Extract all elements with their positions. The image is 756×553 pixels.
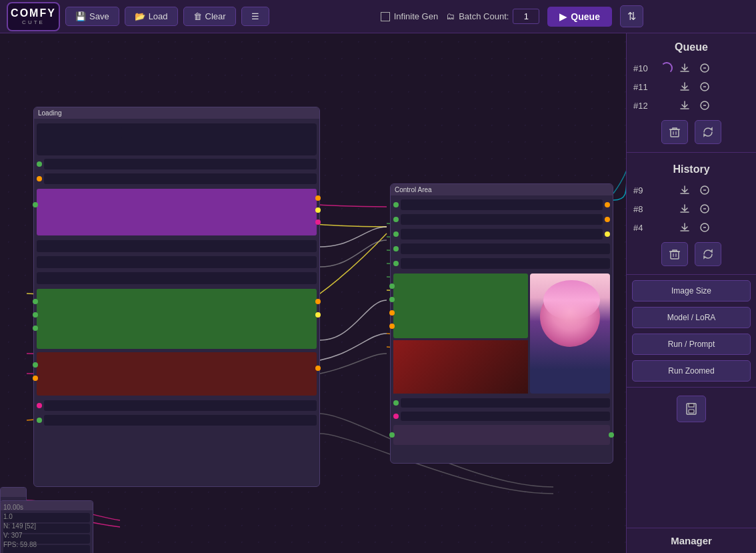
history-item-9: #9 bbox=[627, 181, 756, 199]
port-c-right-3 bbox=[605, 231, 610, 237]
panel-divider-3 bbox=[627, 387, 756, 388]
play-icon: ▶ bbox=[559, 11, 567, 22]
history-refresh-button[interactable] bbox=[695, 242, 721, 266]
svg-rect-6 bbox=[671, 129, 679, 137]
port-c-green-2 bbox=[393, 217, 399, 222]
node-loading-header: Loading bbox=[34, 107, 319, 119]
sort-button[interactable]: ⇅ bbox=[620, 5, 643, 27]
queue-clear-button[interactable] bbox=[661, 120, 688, 144]
node-control-body bbox=[391, 195, 613, 448]
queue-item-delete-10[interactable] bbox=[697, 61, 713, 75]
stat-line1: 1.0 bbox=[3, 512, 37, 522]
save-area bbox=[627, 390, 756, 428]
queue-item-load-12[interactable] bbox=[677, 99, 693, 112]
menu-icon: ☰ bbox=[251, 11, 259, 21]
menu-button[interactable]: ☰ bbox=[241, 7, 269, 26]
queue-item-delete-11[interactable] bbox=[697, 80, 713, 93]
port-c-green-4 bbox=[393, 246, 399, 251]
header-center: Infinite Gen 🗂 Batch Count: ▶ Queue ⇅ bbox=[275, 5, 749, 27]
canvas-area[interactable]: Loading bbox=[0, 33, 626, 553]
save-icon: 💾 bbox=[75, 11, 86, 21]
batch-layers-icon: 🗂 bbox=[446, 11, 455, 21]
queue-item-num-10: #10 bbox=[633, 63, 657, 73]
save-icon-panel bbox=[685, 402, 698, 416]
logo-sub: CUTE bbox=[22, 19, 45, 25]
history-item-delete-4[interactable] bbox=[697, 221, 713, 234]
delete-icon-10 bbox=[699, 63, 710, 73]
stat-time: 10.00s bbox=[3, 503, 37, 512]
image-size-button[interactable]: Image Size bbox=[632, 280, 751, 302]
queue-item-11: #11 bbox=[627, 77, 756, 96]
clear-button[interactable]: 🗑 Clear bbox=[183, 7, 236, 26]
refresh-icon bbox=[702, 126, 714, 138]
svg-rect-21 bbox=[689, 404, 694, 407]
port-c-green-5 bbox=[393, 261, 399, 266]
save-panel-button[interactable] bbox=[677, 396, 706, 422]
history-item-delete-9[interactable] bbox=[697, 183, 713, 197]
stat-line3: V: 307 bbox=[3, 531, 37, 540]
queue-item-load-11[interactable] bbox=[677, 80, 693, 93]
load-icon: 📂 bbox=[135, 11, 145, 21]
queue-refresh-button[interactable] bbox=[695, 120, 721, 144]
stat-line2: N: 149 [52] bbox=[3, 522, 37, 531]
history-item-num-4: #4 bbox=[633, 223, 657, 233]
port-c-bot-1 bbox=[393, 400, 399, 406]
save-button[interactable]: 💾 Save bbox=[65, 7, 119, 26]
run-zoomed-button[interactable]: Run Zoomed bbox=[632, 360, 751, 382]
stat-fps: FPS: 59.88 bbox=[3, 540, 37, 550]
port-green-2 bbox=[37, 418, 42, 423]
queue-item-load-10[interactable] bbox=[677, 61, 693, 75]
load-button[interactable]: 📂 Load bbox=[125, 7, 178, 26]
canvas-stats: 10.00s 1.0 N: 149 [52] V: 307 FPS: 59.88 bbox=[3, 503, 37, 550]
batch-count-input[interactable] bbox=[513, 9, 539, 24]
node-loading-body bbox=[34, 119, 319, 432]
batch-count-control: 🗂 Batch Count: bbox=[446, 9, 539, 24]
history-actions bbox=[627, 237, 756, 271]
loading-node[interactable]: Loading bbox=[33, 107, 320, 487]
queue-item-num-11: #11 bbox=[633, 82, 657, 92]
port-green-1 bbox=[37, 161, 42, 167]
queue-title: Queue bbox=[627, 33, 756, 59]
port-c-right-1 bbox=[605, 202, 610, 207]
run-prompt-button[interactable]: Run / Prompt bbox=[632, 334, 751, 355]
infinite-gen-toggle: Infinite Gen bbox=[381, 11, 439, 21]
control-area-node[interactable]: Control Area bbox=[390, 183, 613, 464]
header: COMFY CUTE 💾 Save 📂 Load 🗑 Clear ☰ Infin… bbox=[0, 0, 756, 33]
queue-actions bbox=[627, 115, 756, 149]
history-item-8: #8 bbox=[627, 199, 756, 218]
history-item-delete-8[interactable] bbox=[697, 202, 713, 215]
logo: COMFY CUTE bbox=[7, 2, 60, 31]
spinner-icon-10 bbox=[661, 62, 673, 74]
port-c-bot-2 bbox=[393, 414, 399, 419]
queue-item-num-12: #12 bbox=[633, 101, 657, 111]
logo-text: COMFY bbox=[11, 7, 56, 19]
manager-title: Manager bbox=[627, 528, 756, 553]
queue-item-delete-12[interactable] bbox=[697, 99, 713, 112]
load-icon-10 bbox=[679, 63, 690, 73]
queue-button[interactable]: ▶ Queue bbox=[547, 7, 612, 27]
sort-icon: ⇅ bbox=[627, 11, 636, 22]
history-item-num-9: #9 bbox=[633, 185, 657, 195]
infinite-gen-checkbox[interactable] bbox=[381, 12, 390, 21]
history-item-load-9[interactable] bbox=[677, 183, 693, 197]
history-item-load-4[interactable] bbox=[677, 221, 693, 234]
port-orange-1 bbox=[37, 176, 42, 181]
svg-rect-22 bbox=[689, 410, 694, 413]
port-c-green-1 bbox=[393, 202, 399, 207]
history-item-num-8: #8 bbox=[633, 204, 657, 214]
port-pink-1 bbox=[37, 403, 42, 408]
trash-icon bbox=[669, 126, 681, 138]
queue-item-10: #10 bbox=[627, 59, 756, 77]
panel-divider-1 bbox=[627, 152, 756, 153]
port-c-green-3 bbox=[393, 231, 399, 237]
right-panel: Queue #10 #11 #12 bbox=[626, 33, 756, 553]
main-layout: Loading bbox=[0, 33, 756, 553]
history-item-4: #4 bbox=[627, 218, 756, 237]
history-clear-button[interactable] bbox=[661, 242, 688, 266]
queue-item-12: #12 bbox=[627, 96, 756, 115]
node-control-header: Control Area bbox=[391, 184, 613, 195]
panel-divider-2 bbox=[627, 274, 756, 275]
model-lora-button[interactable]: Model / LoRA bbox=[632, 307, 751, 328]
svg-rect-16 bbox=[671, 251, 679, 259]
history-item-load-8[interactable] bbox=[677, 202, 693, 215]
